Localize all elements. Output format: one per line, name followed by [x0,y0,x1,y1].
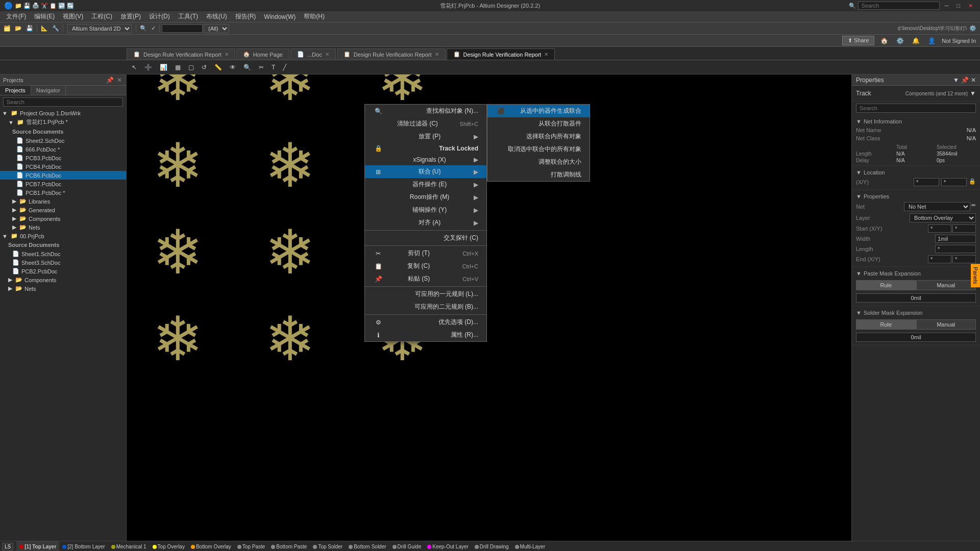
tree-00-prjpcb[interactable]: ▼📁 00.PrjPcb [0,232,126,240]
ctx-copper-ops[interactable]: 辅铜操作 (Y) ▶ [365,204,486,216]
properties-close-icon[interactable]: ✕ [971,77,976,84]
menu-help[interactable]: 帮助(H) [300,11,329,22]
toolbar-btn-4[interactable]: 📐 [39,25,50,32]
start-x-input[interactable] [928,224,951,233]
ctx-properties[interactable]: ℹ 属性 (R)... [365,329,486,341]
ctx-cross-probe[interactable]: 交叉探针 (C) [365,232,486,244]
tab-close-2[interactable]: ✕ [435,52,439,57]
toolbar-btn-3[interactable]: 💾 [24,25,35,32]
ctx-preferences[interactable]: ⚙ 优先选项 (D)... [365,316,486,329]
sub-create-union[interactable]: ⬛ 从选中的器件生成联合 [487,105,590,117]
tree-components[interactable]: ▶📂Components [0,214,126,223]
toolbar-btn-5[interactable]: 🔧 [51,25,61,32]
properties-filter-icon[interactable]: ▼ [953,77,959,84]
layer-drill-guide[interactable]: Drill Guide [389,541,425,551]
tree-sheet3[interactable]: 📄Sheet3.SchDoc [0,258,126,267]
menu-route[interactable]: 布线(U) [202,11,231,22]
not-signed-in-label[interactable]: Not Signed In [942,38,976,44]
solder-mask-value[interactable] [856,333,976,342]
sub-resize-union[interactable]: 调整联合的大小 [487,156,590,168]
ctx-comp-ops[interactable]: 器件操作 (E) ▶ [365,178,486,191]
canvas-tb-chart[interactable]: 📊 [157,62,170,72]
solder-mask-header[interactable]: ▼ Solder Mask Expansion [856,308,976,317]
panel-close-button[interactable]: ✕ [116,77,123,84]
menu-view[interactable]: 视图(V) [59,11,87,22]
canvas-tb-line[interactable]: ╱ [280,62,289,72]
settings-icon[interactable]: ⚙️ [894,37,906,44]
tab-close-1[interactable]: ✕ [225,52,229,57]
tree-pcb1[interactable]: 📄PCB1.PcbDoc * [0,188,126,197]
tree-generated[interactable]: ▶📂Generated [0,206,126,214]
lock-xy-icon[interactable]: 🔒 [969,178,976,186]
ctx-clear-filter[interactable]: 清除过滤器 (C) Shift+C [365,117,486,130]
menu-file[interactable]: 文件(F) [2,11,30,22]
sub-deselect-all[interactable]: 取消选中联合中的所有对象 [487,143,590,156]
tree-nets[interactable]: ▶📂Nets [0,223,126,232]
view-mode-select[interactable]: Altium Standard 2D [67,24,132,33]
paste-mask-manual-btn[interactable]: Manual [916,280,976,290]
layer-select[interactable]: Bottom Overlay [910,213,976,222]
panel-pin-button[interactable]: 📌 [105,77,115,84]
project-search-input[interactable] [3,97,123,107]
net-select[interactable]: No Net [904,202,970,211]
tree-pcb4[interactable]: 📄PCB4.PcbDoc [0,162,126,171]
home-icon[interactable]: 🏠 [878,37,890,44]
layer-drill-draw[interactable]: Drill Drawing [472,541,512,551]
layer-top-overlay[interactable]: Top Overlay [150,541,188,551]
all-select[interactable]: (All) [204,24,229,33]
close-button[interactable]: ✕ [965,3,976,9]
sub-break-union[interactable]: 从联合打散器件 [487,117,590,130]
tree-pcb2[interactable]: 📄PCB2.PcbDoc [0,267,126,276]
tree-666[interactable]: 📄666.PcbDoc * [0,145,126,154]
share-button[interactable]: ⬆ Share [842,36,874,45]
toolbar-search-icon[interactable]: 🔍 [138,25,149,32]
menu-design[interactable]: 设计(D) [145,11,174,22]
maximize-button[interactable]: □ [953,3,963,9]
net-search-input[interactable] [162,24,203,33]
tab-home[interactable]: 🏠 Home Page [236,48,289,60]
tree-libraries[interactable]: ▶📂Libraries [0,197,126,206]
canvas-tb-grid[interactable]: ▦ [172,62,184,72]
ctx-room-ops[interactable]: Room操作 (M) ▶ [365,191,486,204]
y-input[interactable] [941,178,967,186]
tree-comp-00[interactable]: ▶📂Components [0,276,126,284]
canvas-tb-cut[interactable]: ✂ [256,62,267,72]
bell-icon[interactable]: 🔔 [910,37,922,44]
paste-mask-header[interactable]: ▼ Paste Mask Expansion [856,269,976,278]
canvas-tb-plus[interactable]: ➕ [141,62,155,72]
canvas-tb-select[interactable]: ▢ [185,62,197,72]
tab-drvr2[interactable]: 📋 Design Rule Verification Report ✕ [337,48,446,60]
canvas-tb-measure[interactable]: 📏 [211,62,225,72]
tree-pcb6[interactable]: 📄PCB6.PcbDoc [0,171,126,180]
right-side-tab[interactable]: Panels [971,264,980,287]
canvas-tb-cursor[interactable]: ↖ [129,62,140,72]
sub-select-all[interactable]: 选择联合内所有对象 [487,130,590,143]
tab-doc[interactable]: 📄 ...Doc ✕ [290,48,336,60]
sub-break-modulation[interactable]: 打散调制线 [487,168,590,181]
tab-navigator[interactable]: Navigator [31,86,66,95]
toolbar-btn-1[interactable]: 🗂️ [2,25,12,32]
ctx-binary-rule[interactable]: 可应用的二元规则 (B)... [365,300,486,313]
ctx-paste[interactable]: 📌 粘贴 (S) Ctrl+V [365,272,486,285]
layer-top-paste[interactable]: Top Paste [234,541,268,551]
tab-close-3[interactable]: ✕ [544,52,548,57]
solder-mask-manual-btn[interactable]: Manual [916,319,976,330]
tab-drvr1[interactable]: 📋 Design Rule Verification Report ✕ [127,48,235,60]
solder-mask-rule-btn[interactable]: Rule [856,319,916,330]
user-icon[interactable]: 👤 [926,37,938,44]
canvas-tb-eye[interactable]: 👁 [227,62,239,72]
layer-mech1[interactable]: Mechanical 1 [108,541,150,551]
canvas-area[interactable]: ❄ ❄ ❄ ❄ ❄ ❄ ❄ ❄ [127,74,851,541]
props-section-header[interactable]: ▼ Properties [856,192,976,201]
canvas-tb-zoom[interactable]: 🔍 [240,62,254,72]
layer-top-solder[interactable]: Top Solder [310,541,346,551]
ctx-unary-rule[interactable]: 可应用的一元规则 (L)... [365,288,486,300]
tree-pcb7[interactable]: 📄PCB7.PcbDoc [0,180,126,188]
ctx-copy[interactable]: 📋 复制 (C) Ctrl+C [365,260,486,272]
layer-bot-overlay[interactable]: Bottom Overlay [188,541,234,551]
track-filter-icon[interactable]: ▼ [970,90,976,97]
toolbar-btn-2[interactable]: 📂 [13,25,23,32]
minimize-button[interactable]: ─ [942,3,952,9]
tree-project-group[interactable]: ▼📁 Project Group 1.DsnWrk [0,109,126,117]
layer-multi[interactable]: Multi-Layer [512,541,548,551]
